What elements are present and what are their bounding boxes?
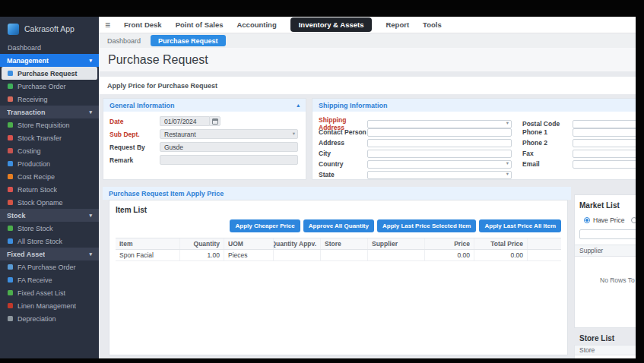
sidebar-section-transaction[interactable]: Transaction▾ [0,106,99,118]
radio-have-price[interactable]: Have Price [584,216,627,224]
apply-cheaper-price-button[interactable]: Apply Cheaper Price [230,219,300,232]
sidebar-item-store-stock[interactable]: Store Stock [0,222,99,235]
sidebar-section-label: Transaction [7,109,46,116]
all-store-stock-icon [8,238,13,244]
topnav-item-point-of-sales[interactable]: Point of Sales [176,21,224,29]
market-search-input[interactable] [579,229,636,239]
sidebar-item-store-requisition[interactable]: Store Requisition [0,118,99,131]
cell-quantity: 1.00 [180,250,224,260]
sidebar-item-fixed-asset-list[interactable]: Fixed Asset List [0,286,99,299]
cell-supplier [368,250,425,260]
sidebar-item-fa-receive[interactable]: FA Receive [0,273,99,286]
general-information-header[interactable]: General Information ▴ [103,99,306,112]
sidebar-item-label: Stock Transfer [17,134,62,142]
shipping-row-contact-person: Contact PersonPhone 1 [319,127,636,137]
column-header-total-price[interactable]: Total Price [474,238,528,249]
phone-2-label: Phone 2 [522,139,573,147]
column-header-uom[interactable]: UOM [224,238,274,249]
shipping-address-select[interactable]: ▾ [367,120,512,128]
shipping-information-header[interactable]: Shipping Information [312,99,636,112]
table-row[interactable]: Spon Facial1.00Pieces0.000.00 [116,250,561,261]
fax-input[interactable] [573,150,636,158]
sidebar-item-linen-management[interactable]: Linen Management [0,299,99,312]
depreciation-icon [8,316,13,321]
email-input[interactable] [573,160,636,169]
sidebar-item-label: All Store Stock [17,238,62,245]
sidebar-item-costing[interactable]: Costing [0,144,99,157]
column-header-supplier[interactable]: Supplier [575,245,636,257]
cell-total-price: 0.00 [474,250,528,260]
column-header-store[interactable]: Store [321,238,368,249]
apply-last-price-selected-item-button[interactable]: Apply Last Price Selected Item [377,219,477,232]
column-header-price[interactable]: Price [425,238,474,249]
contact-person-input[interactable] [367,128,512,137]
sidebar-section-stock[interactable]: Stock▾ [0,209,99,222]
calendar-button[interactable] [209,116,220,126]
topnav-item-inventory-assets[interactable]: Inventory & Assets [290,17,373,32]
sidebar-item-fa-purchase-order[interactable]: FA Purchase Order [0,260,99,273]
tab-bar: DashboardPurchase Request [99,33,636,48]
sidebar-item-receiving[interactable]: Receiving [0,93,99,106]
city-input[interactable] [367,150,512,158]
topnav-item-accounting[interactable]: Accounting [236,21,276,29]
request-by-input[interactable]: Gusde [160,142,298,152]
remark-input[interactable] [160,155,298,165]
phone-2-input[interactable] [573,139,636,147]
sidebar-item-dashboard[interactable]: Dashboard [0,41,99,54]
address-input[interactable] [367,139,512,147]
column-header-store[interactable]: Store [574,345,636,355]
dropdown-arrow-icon: ▾ [506,172,509,177]
sidebar-item-stock-opname[interactable]: Stock Opname [0,196,99,209]
shipping-row-address: AddressPhone 2 [319,137,636,148]
sidebar-section-management[interactable]: Management▾ [0,54,99,67]
sidebar-item-label: Stock Opname [17,199,63,207]
tab-dashboard[interactable]: Dashboard [107,37,141,45]
fa-receive-icon [8,277,13,283]
chevron-down-icon: ▾ [89,251,92,257]
radio-button-icon [584,217,590,223]
remark-label: Remark [109,156,160,164]
column-header-supplier[interactable]: Supplier [368,238,425,249]
chevron-down-icon: ▾ [89,58,92,63]
country-select[interactable]: ▾ [367,160,512,169]
state-select[interactable]: ▾ [367,171,512,179]
column-header-quantity-appv[interactable]: Quantity Appv. [274,238,321,249]
cell-price: 0.00 [425,250,474,260]
date-input[interactable]: 01/07/2024 [160,116,220,126]
sidebar-item-return-stock[interactable]: Return Stock [0,183,99,196]
sidebar-item-production[interactable]: Production [0,157,99,170]
approve-all-quantity-button[interactable]: Approve All Quantity [303,219,374,232]
column-header-item[interactable]: Item [116,238,180,249]
topnav-item-report[interactable]: Report [385,21,409,29]
sub-dept-select[interactable]: Restaurant▾ [160,129,298,139]
store-list-title: Store List [579,334,614,342]
sidebar-item-purchase-request[interactable]: Purchase Request [2,67,97,80]
postal-code-input[interactable] [573,120,636,128]
topnav-item-front-desk[interactable]: Front Desk [124,21,162,29]
tab-purchase-request[interactable]: Purchase Request [151,35,226,46]
topnav-item-tools[interactable]: Tools [423,21,442,29]
apply-last-price-all-item-button[interactable]: Apply Last Price All Item [479,219,561,232]
radio-no-price[interactable]: No Price [631,216,636,224]
linen-management-icon [8,303,13,308]
column-header-quantity[interactable]: Quantity [180,238,224,249]
phone-1-input[interactable] [573,128,636,137]
sidebar-item-purchase-order[interactable]: Purchase Order [0,80,99,93]
shipping-row-shipping-address: Shipping Address▾Postal Code [319,116,636,127]
sidebar-item-cost-recipe[interactable]: Cost Recipe [0,170,99,183]
calendar-icon [212,118,218,125]
app-brand[interactable]: Cakrasoft App [0,17,99,41]
sidebar-section-fixed-asset[interactable]: Fixed Asset▾ [0,248,99,260]
field-row-date: Date01/07/2024 [109,115,298,128]
sidebar-item-label: Receiving [17,96,48,103]
chevron-up-icon[interactable]: ▴ [297,103,300,108]
shipping-information-body: Shipping Address▾Postal CodeContact Pers… [312,112,636,180]
general-information-panel: General Information ▴ Date01/07/2024Sub … [103,98,306,180]
sidebar-item-label: Purchase Request [17,70,78,77]
hamburger-menu-icon[interactable]: ≡ [105,21,110,30]
sidebar-item-depreciation[interactable]: Depreciation [0,312,99,325]
sidebar-item-all-store-stock[interactable]: All Store Stock [0,235,99,248]
dropdown-arrow-icon: ▾ [293,131,295,137]
sidebar-item-stock-transfer[interactable]: Stock Transfer [0,131,99,144]
shipping-row-country: Country▾Email [319,159,636,169]
